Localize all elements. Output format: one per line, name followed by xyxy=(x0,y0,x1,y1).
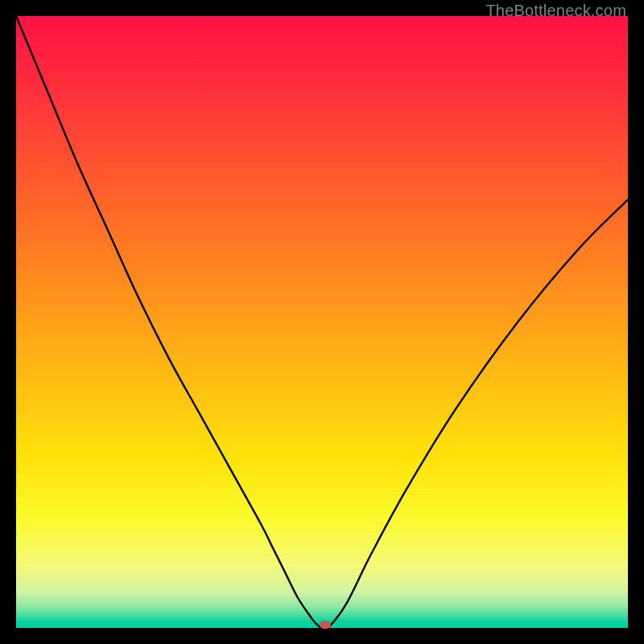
chart-frame: TheBottleneck.com xyxy=(0,0,644,644)
watermark-text: TheBottleneck.com xyxy=(485,2,626,20)
plot-area xyxy=(16,16,628,628)
optimal-marker xyxy=(320,621,331,629)
bottleneck-curve xyxy=(16,16,628,628)
